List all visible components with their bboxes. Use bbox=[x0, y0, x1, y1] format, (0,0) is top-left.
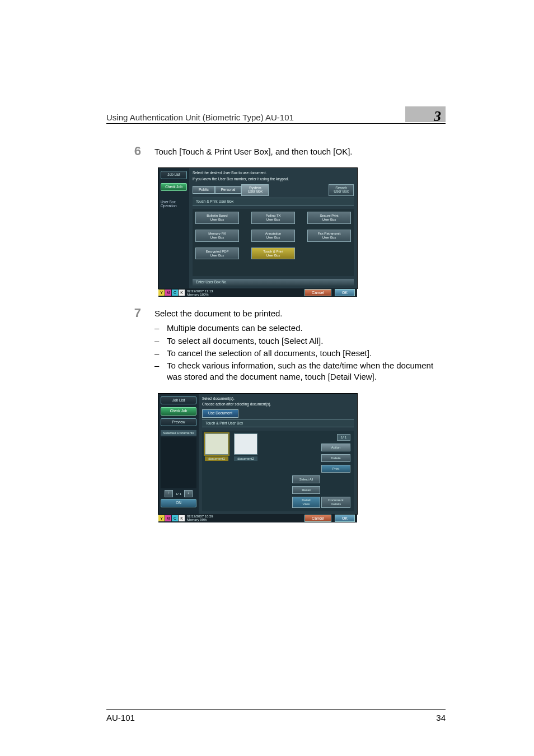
toner-status-icons-2: Y M C K bbox=[158, 515, 185, 521]
job-list-button[interactable]: Job List bbox=[161, 171, 187, 179]
user-box-operation-label: User Box Operation bbox=[161, 200, 187, 208]
annotation-user-box-button[interactable]: Annotation User Box bbox=[251, 230, 295, 242]
timestamp-text: 02/22/2007 13:13 bbox=[187, 290, 213, 293]
footer-left: AU-101 bbox=[106, 713, 135, 722]
check-job-button[interactable]: Check Job bbox=[161, 183, 187, 192]
step-6-text: Touch [Touch & Print User Box], and then… bbox=[154, 146, 446, 158]
preview-button[interactable]: Preview bbox=[161, 418, 196, 427]
polling-tx-user-box-button[interactable]: Polling TX User Box bbox=[251, 212, 295, 224]
pager-text: 1/ 1 bbox=[174, 492, 184, 496]
on-button[interactable]: ON bbox=[161, 499, 196, 507]
toner-k-icon-2: K bbox=[179, 515, 185, 521]
step-7: 7 Select the document to be printed. –Mu… bbox=[106, 308, 446, 384]
instruction-line-2b: Choose action after selecting document(s… bbox=[202, 402, 354, 407]
document2-thumb-image bbox=[234, 433, 257, 455]
touch-print-title-bar: Touch & Print User Box bbox=[193, 198, 354, 206]
running-head-text: Using Authentication Unit (Biometric Typ… bbox=[106, 113, 294, 122]
instruction-line-1b: Select document(s). bbox=[202, 396, 354, 401]
enter-user-box-no-button[interactable]: Enter User Box No. bbox=[193, 279, 354, 286]
toner-y-icon: Y bbox=[158, 290, 165, 296]
tab-use-document[interactable]: Use Document bbox=[202, 409, 238, 418]
memory-rx-user-box-button[interactable]: Memory RX User Box bbox=[195, 230, 239, 242]
toner-c-icon: C bbox=[172, 290, 178, 296]
bullet-2-text: To select all documents, touch [Select A… bbox=[167, 335, 323, 347]
ok-button[interactable]: OK bbox=[335, 289, 355, 296]
status-timestamp-2: 02/12/2007 10:59 Memory 99% bbox=[187, 515, 213, 521]
status-timestamp: 02/22/2007 13:13 Memory 100% bbox=[187, 290, 213, 296]
fax-retransmit-user-box-button[interactable]: Fax Retransmit User Box bbox=[307, 230, 351, 242]
toner-m-icon-2: M bbox=[165, 515, 171, 521]
step-7-number: 7 bbox=[106, 307, 154, 383]
chapter-badge: 3 bbox=[405, 106, 446, 122]
toner-m-icon: M bbox=[165, 290, 171, 296]
tab-personal[interactable]: Personal bbox=[215, 186, 242, 194]
bulletin-board-user-box-button[interactable]: Bulletin Board User Box bbox=[195, 212, 239, 224]
step-7-bullet-3: –To cancel the selection of all document… bbox=[154, 348, 446, 359]
document-page-indicator: 1/ 1 bbox=[337, 434, 350, 441]
step-7-text: Select the document to be printed. bbox=[154, 308, 446, 319]
document1-thumbnail[interactable]: document1 bbox=[205, 433, 228, 508]
running-header: Using Authentication Unit (Biometric Typ… bbox=[106, 106, 446, 124]
delete-button[interactable]: Delete bbox=[321, 454, 350, 462]
document2-label: document2 bbox=[234, 456, 257, 461]
ok-button-2[interactable]: OK bbox=[335, 515, 355, 522]
bullet-4-text: To check various information, such as th… bbox=[167, 360, 446, 383]
page-down-button[interactable]: ↓ bbox=[184, 490, 193, 497]
memory-text-2: Memory 99% bbox=[187, 518, 213, 521]
page-footer: AU-101 34 bbox=[106, 709, 446, 722]
job-list-button-2[interactable]: Job List bbox=[161, 396, 196, 405]
screenshot-select-document: Job List Check Job Preview Selected Docu… bbox=[158, 393, 358, 515]
check-job-button-2[interactable]: Check Job bbox=[161, 407, 196, 416]
document1-label: document1 bbox=[205, 456, 228, 461]
select-all-button[interactable]: Select All bbox=[292, 475, 320, 483]
step-6: 6 Touch [Touch & Print User Box], and th… bbox=[106, 146, 446, 158]
instruction-line-2: If you know the User Box number, enter i… bbox=[193, 177, 354, 181]
tab-public[interactable]: Public bbox=[193, 186, 215, 194]
step-7-bullet-1: –Multiple documents can be selected. bbox=[154, 323, 446, 334]
memory-text: Memory 100% bbox=[187, 293, 213, 296]
toner-status-icons: Y M C K bbox=[158, 290, 185, 296]
selected-documents-list bbox=[161, 437, 196, 488]
toner-y-icon-2: Y bbox=[158, 515, 165, 521]
reset-button[interactable]: Reset bbox=[292, 486, 320, 494]
tab-system[interactable]: System User Box bbox=[241, 184, 269, 196]
print-button[interactable]: Print bbox=[321, 465, 350, 473]
footer-page-number: 34 bbox=[436, 713, 446, 722]
step-6-number: 6 bbox=[106, 145, 154, 157]
cancel-button[interactable]: Cancel bbox=[305, 289, 331, 296]
instruction-line-1: Select the desired User Box to use docum… bbox=[193, 171, 354, 175]
secure-print-user-box-button[interactable]: Secure Print User Box bbox=[307, 212, 351, 224]
screenshot-user-box-types: Job List Check Job User Box Operation Se… bbox=[158, 167, 358, 289]
cancel-button-2[interactable]: Cancel bbox=[305, 515, 331, 522]
search-user-box-button[interactable]: Search User Box bbox=[329, 184, 354, 196]
touch-print-title-bar-2: Touch & Print User Box bbox=[202, 419, 354, 428]
detail-view-button[interactable]: Detail View bbox=[292, 497, 320, 507]
toner-c-icon-2: C bbox=[172, 515, 178, 521]
bullet-3-text: To cancel the selection of all documents… bbox=[167, 348, 372, 359]
document2-thumbnail[interactable]: document2 bbox=[234, 433, 257, 508]
selected-documents-label: Selected Documents bbox=[161, 430, 196, 436]
chapter-number: 3 bbox=[434, 109, 441, 124]
step-7-bullet-2: –To select all documents, touch [Select … bbox=[154, 335, 446, 347]
document1-thumb-image bbox=[205, 433, 228, 455]
bullet-1-text: Multiple documents can be selected. bbox=[167, 323, 303, 334]
touch-print-user-box-button[interactable]: Touch & Print User Box bbox=[251, 248, 295, 260]
page-up-button[interactable]: ↑ bbox=[165, 490, 173, 497]
encrypted-pdf-user-box-button[interactable]: Encrypted PDF User Box bbox=[195, 248, 239, 260]
document-details-button[interactable]: Document Details bbox=[321, 497, 350, 507]
step-7-bullet-4: –To check various information, such as t… bbox=[154, 360, 446, 383]
action-label: Action bbox=[321, 444, 350, 451]
toner-k-icon: K bbox=[179, 290, 185, 296]
